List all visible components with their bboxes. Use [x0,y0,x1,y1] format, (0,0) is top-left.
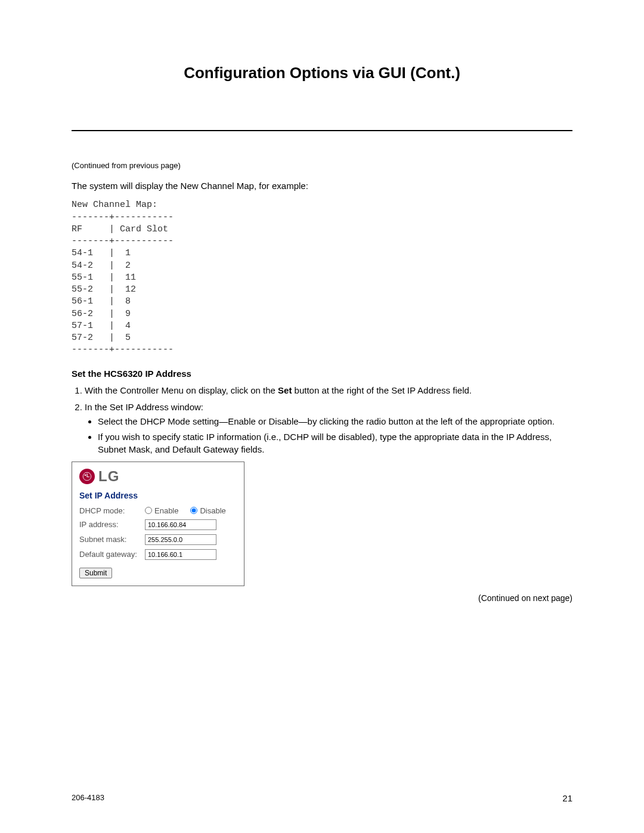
continued-from-previous: (Continued from previous page) [72,161,572,170]
svg-point-0 [85,474,86,475]
lg-logo-text: LG [98,468,119,485]
bullet-2: If you wish to specify static IP informa… [98,431,572,456]
step2-text: In the Set IP Address window: [85,402,203,412]
gateway-row: Default gateway: [79,549,237,560]
lg-logo-icon [79,469,95,484]
horizontal-rule [72,130,572,131]
step-2: In the Set IP Address window: Select the… [85,401,572,456]
radio-enable-label[interactable]: Enable [145,506,178,515]
step1-prefix: With the Controller Menu on display, cli… [85,385,278,395]
page-number: 21 [562,793,572,803]
page-title: Configuration Options via GUI (Cont.) [72,64,572,82]
footer: 206-4183 21 [72,793,572,803]
footer-doc-number: 206-4183 [72,793,104,803]
steps-list: With the Controller Menu on display, cli… [72,385,572,456]
channel-map-block: New Channel Map: -------+----------- RF … [72,199,572,356]
set-ip-dialog: LG Set IP Address DHCP mode: Enable Disa… [72,462,244,586]
submit-button[interactable]: Submit [79,568,112,578]
step-1: With the Controller Menu on display, cli… [85,385,572,397]
dialog-title: Set IP Address [79,491,237,500]
ip-row: IP address: [79,519,237,530]
subnet-row: Subnet mask: [79,534,237,545]
intro-text: The system will display the New Channel … [72,181,572,191]
bullets-list: Select the DHCP Mode setting—Enable or D… [85,416,572,456]
dhcp-row: DHCP mode: Enable Disable [79,506,237,515]
default-gateway-input[interactable] [145,549,216,560]
disable-text: Disable [200,506,225,515]
ip-label: IP address: [79,520,145,529]
subnet-mask-input[interactable] [145,534,216,545]
step1-bold: Set [278,385,292,395]
radio-enable[interactable] [145,507,152,514]
enable-text: Enable [154,506,178,515]
subnet-label: Subnet mask: [79,535,145,544]
gateway-label: Default gateway: [79,550,145,559]
continued-on-next: (Continued on next page) [72,593,572,603]
step1-suffix: button at the right of the Set IP Addres… [292,385,472,395]
radio-disable[interactable] [190,507,197,514]
dhcp-radio-group: Enable Disable [145,506,226,515]
logo-row: LG [79,468,237,485]
ip-address-input[interactable] [145,519,216,530]
bullet-1: Select the DHCP Mode setting—Enable or D… [98,416,572,428]
dhcp-label: DHCP mode: [79,506,145,515]
radio-disable-label[interactable]: Disable [190,506,225,515]
section-heading: Set the HCS6320 IP Address [72,368,572,379]
